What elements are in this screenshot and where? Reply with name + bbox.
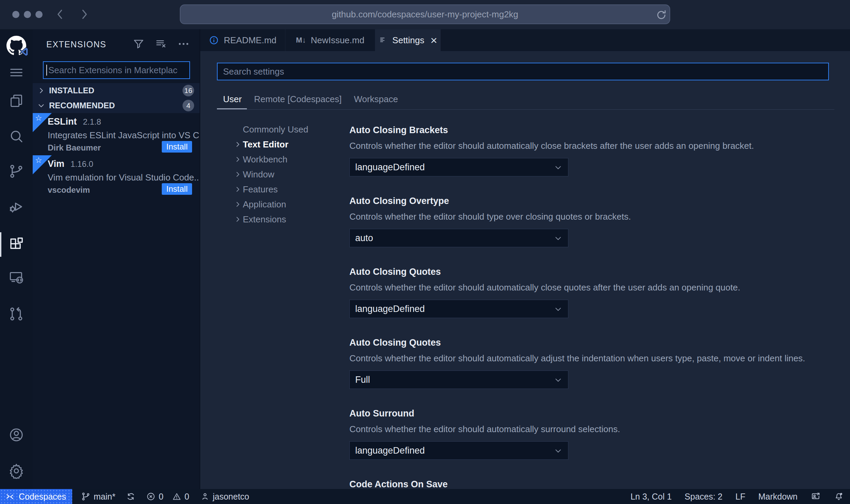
git-branch-icon — [81, 492, 91, 501]
chevron-down-icon — [37, 101, 46, 110]
explorer-icon[interactable] — [0, 89, 33, 113]
branch-indicator[interactable]: main* — [81, 492, 115, 502]
status-bar: Codespaces main* 0 — [0, 489, 850, 504]
scope-tab-workspace[interactable]: Workspace — [354, 94, 398, 105]
toc-commonly-used[interactable]: Commonly Used — [234, 122, 308, 137]
back-button[interactable] — [53, 7, 68, 22]
menu-icon[interactable] — [0, 60, 33, 85]
toc-extensions[interactable]: Extensions — [234, 212, 308, 227]
setting-dropdown[interactable]: languageDefined — [349, 300, 568, 318]
dropdown-value: auto — [355, 233, 373, 243]
extension-description: Integrates ESLint JavaScript into VS C..… — [48, 130, 207, 141]
setting-auto-surround: Auto Surround Controls whether the edito… — [349, 408, 830, 460]
window-minimize-button[interactable] — [24, 11, 31, 18]
tab-settings[interactable]: Settings × — [375, 29, 441, 51]
chevron-down-icon — [553, 446, 563, 456]
status-bar-right: Ln 3, Col 1 Spaces: 2 LF Markdown — [630, 491, 850, 502]
forward-button[interactable] — [76, 7, 91, 22]
eol-setting[interactable]: LF — [735, 492, 745, 502]
filter-icon[interactable] — [132, 37, 145, 50]
dropdown-value: languageDefined — [355, 445, 425, 456]
source-control-icon[interactable] — [0, 159, 33, 184]
settings-scope-tabs: User Remote [Codespaces] Workspace — [223, 94, 398, 105]
extension-item-vim[interactable]: ☆ Vim1.16.0 Vim emulation for Visual Stu… — [33, 155, 200, 198]
toc-application[interactable]: Application — [234, 197, 308, 212]
error-count: 0 — [159, 492, 163, 502]
setting-auto-closing-brackets: Auto Closing Brackets Controls whether t… — [349, 125, 830, 176]
problems-indicator[interactable]: 0 0 — [146, 492, 189, 502]
chevron-right-icon — [37, 86, 46, 95]
scope-tab-remote[interactable]: Remote [Codespaces] — [254, 94, 342, 105]
run-debug-icon[interactable] — [0, 194, 33, 219]
setting-dropdown[interactable]: languageDefined — [349, 441, 568, 460]
section-label: RECOMMENDED — [49, 101, 115, 110]
extensions-search-input[interactable] — [47, 65, 178, 76]
star-icon: ☆ — [35, 156, 42, 165]
chevron-down-icon — [553, 375, 563, 385]
tab-readme[interactable]: README.md — [200, 29, 285, 51]
settings-search-box[interactable] — [217, 63, 829, 80]
clear-extensions-search-icon[interactable] — [155, 37, 168, 50]
reload-icon[interactable] — [655, 9, 667, 21]
chevron-right-icon — [234, 185, 243, 193]
tab-newissue[interactable]: M↓ NewIssue.md — [285, 29, 375, 51]
toc-features[interactable]: Features — [234, 182, 308, 197]
remote-icon — [5, 491, 15, 502]
browser-chrome: github.com/codespaces/user-my-project-mg… — [0, 0, 850, 29]
recommended-count-badge: 4 — [183, 100, 194, 111]
extension-item-eslint[interactable]: ☆ ESLint2.1.8 Integrates ESLint JavaScri… — [33, 113, 200, 155]
section-recommended[interactable]: RECOMMENDED 4 — [33, 98, 200, 113]
window-close-button[interactable] — [12, 11, 19, 18]
search-icon[interactable] — [0, 124, 33, 149]
setting-dropdown[interactable]: auto — [349, 229, 568, 247]
setting-description: Controls whether the editor should autom… — [349, 140, 830, 151]
setting-dropdown[interactable]: languageDefined — [349, 158, 568, 176]
extensions-icon[interactable] — [0, 232, 33, 257]
toc-text-editor[interactable]: Text Editor — [234, 137, 308, 152]
toc-workbench[interactable]: Workbench — [234, 152, 308, 167]
pull-requests-icon[interactable] — [0, 302, 33, 326]
sidebar-title: EXTENSIONS — [46, 40, 106, 49]
close-tab-icon[interactable]: × — [430, 36, 437, 45]
codespaces-remote-indicator[interactable]: Codespaces — [0, 489, 72, 504]
chevron-down-icon — [553, 304, 563, 314]
section-installed[interactable]: INSTALLED 16 — [33, 83, 200, 98]
window-maximize-button[interactable] — [35, 11, 43, 18]
settings-editor: User Remote [Codespaces] Workspace Commo… — [200, 51, 850, 489]
toc-window[interactable]: Window — [234, 167, 308, 182]
settings-toc: Commonly Used Text Editor Workbench Wind… — [234, 122, 308, 227]
status-bar-left: Codespaces main* 0 — [0, 489, 249, 504]
remote-explorer-icon[interactable] — [0, 265, 33, 289]
setting-title: Auto Closing Brackets — [349, 125, 830, 136]
window-controls[interactable] — [12, 11, 43, 18]
sync-changes-button[interactable] — [126, 491, 136, 502]
feedback-icon[interactable] — [810, 491, 821, 502]
settings-search-input[interactable] — [218, 66, 828, 77]
scope-tabs-divider — [217, 109, 834, 110]
markdown-icon: M↓ — [296, 36, 306, 45]
extension-version: 2.1.8 — [83, 117, 101, 126]
language-mode[interactable]: Markdown — [758, 492, 798, 502]
notifications-bell-icon[interactable] — [834, 491, 844, 502]
scope-tab-user[interactable]: User — [223, 94, 242, 105]
settings-gear-icon[interactable] — [0, 458, 33, 483]
cursor-position[interactable]: Ln 3, Col 1 — [630, 492, 672, 502]
address-bar[interactable]: github.com/codespaces/user-my-project-mg… — [180, 4, 670, 24]
extension-version: 1.16.0 — [70, 159, 93, 169]
codespaces-label: Codespaces — [19, 492, 66, 502]
warning-count: 0 — [185, 492, 189, 502]
extensions-search-box[interactable] — [43, 61, 190, 79]
install-button[interactable]: Install — [162, 141, 192, 153]
setting-description: Controls whether the editor should autom… — [349, 353, 830, 364]
user-indicator[interactable]: jasonetco — [200, 492, 249, 502]
chevron-right-icon — [234, 215, 243, 223]
indentation-setting[interactable]: Spaces: 2 — [684, 492, 722, 502]
more-actions-icon[interactable] — [177, 37, 190, 50]
errors-icon — [146, 492, 156, 501]
setting-dropdown[interactable]: Full — [349, 371, 568, 389]
install-button[interactable]: Install — [162, 183, 192, 195]
account-icon[interactable] — [0, 423, 33, 447]
branch-name: main* — [94, 492, 115, 502]
setting-title: Auto Closing Quotes — [349, 337, 830, 348]
editor-area: README.md M↓ NewIssue.md Settings × User… — [200, 29, 850, 489]
